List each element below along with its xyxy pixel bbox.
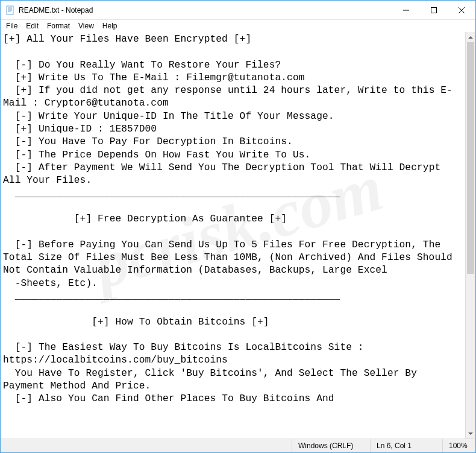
- svg-marker-10: [468, 432, 473, 435]
- scroll-track[interactable]: [466, 42, 475, 428]
- scroll-thumb[interactable]: [467, 42, 474, 274]
- status-encoding: Windows (CRLF): [292, 439, 370, 452]
- status-position: Ln 6, Col 1: [370, 439, 442, 452]
- text-editor[interactable]: [+] All Your Files Have Been Encrypted […: [1, 32, 465, 439]
- menu-format[interactable]: Format: [43, 21, 74, 31]
- window-title: README.txt - Notepad: [19, 6, 93, 14]
- svg-marker-9: [468, 36, 473, 39]
- minimize-button[interactable]: [392, 1, 420, 19]
- statusbar: Windows (CRLF) Ln 6, Col 1 100%: [1, 439, 475, 452]
- menubar: File Edit Format View Help: [1, 20, 475, 32]
- notepad-window: README.txt - Notepad File Edit Format Vi…: [0, 0, 476, 453]
- content-area: [+] All Your Files Have Been Encrypted […: [1, 32, 475, 439]
- menu-help[interactable]: Help: [98, 21, 122, 31]
- menu-edit[interactable]: Edit: [22, 21, 43, 31]
- notepad-icon: [5, 5, 15, 15]
- scroll-up-arrow[interactable]: [466, 32, 475, 42]
- close-button[interactable]: [448, 1, 475, 19]
- scroll-down-arrow[interactable]: [466, 428, 475, 439]
- menu-view[interactable]: View: [74, 21, 98, 31]
- maximize-button[interactable]: [420, 1, 448, 19]
- titlebar[interactable]: README.txt - Notepad: [1, 1, 475, 20]
- menu-file[interactable]: File: [2, 21, 22, 31]
- status-zoom: 100%: [442, 439, 475, 452]
- vertical-scrollbar[interactable]: [465, 32, 475, 439]
- svg-rect-6: [431, 7, 437, 13]
